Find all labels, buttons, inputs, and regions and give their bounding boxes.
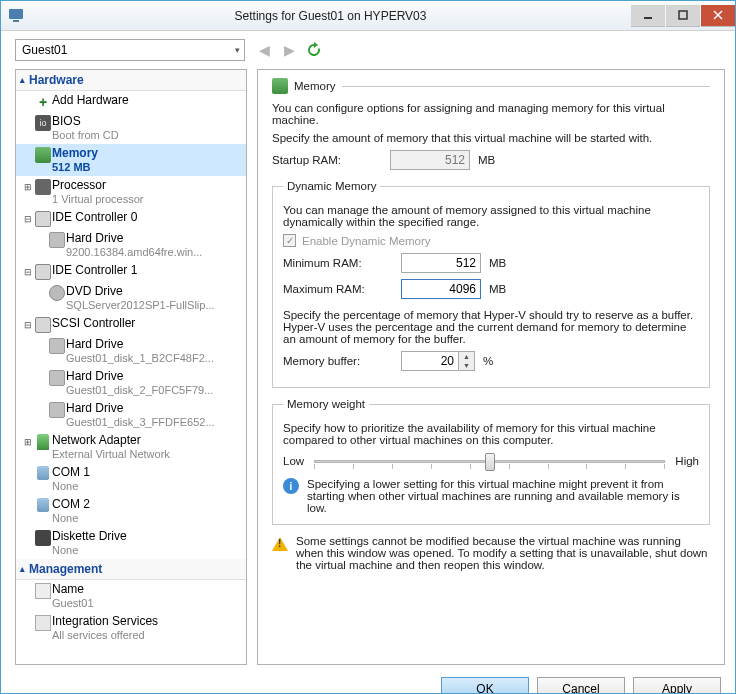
dialog-buttons: OK Cancel Apply [1,671,735,694]
minimum-ram-label: Minimum RAM: [283,257,393,269]
enable-dynamic-memory-label: Enable Dynamic Memory [302,235,430,247]
tree-integration-services[interactable]: Integration ServicesAll services offered [16,612,246,644]
memory-weight-slider[interactable] [314,452,665,470]
com-port-icon [37,466,49,480]
controller-icon [35,211,51,227]
dropdown-arrow-icon: ▾ [235,45,240,55]
cancel-button[interactable]: Cancel [537,677,625,694]
apply-button[interactable]: Apply [633,677,721,694]
harddrive-icon [49,232,65,248]
caret-up-icon: ▴ [20,564,25,574]
warning-text: Some settings cannot be modified because… [296,535,710,571]
memory-buffer-label: Memory buffer: [283,355,393,367]
tree-network-adapter[interactable]: ⊞ Network AdapterExternal Virtual Networ… [16,431,246,463]
dynamic-memory-desc: You can manage the amount of memory assi… [283,204,699,228]
intro-text: You can configure options for assigning … [272,102,710,126]
chip-icon: io [35,115,51,131]
close-button[interactable] [701,5,735,27]
integration-icon [35,615,51,631]
section-hardware[interactable]: ▴ Hardware [16,70,246,91]
maximum-ram-input[interactable] [401,279,481,299]
slider-low-label: Low [283,455,304,467]
network-icon [37,434,49,450]
section-management[interactable]: ▴ Management [16,559,246,580]
controller-icon [35,264,51,280]
info-text: Specifying a lower setting for this virt… [307,478,699,514]
section-hardware-label: Hardware [29,73,84,87]
memory-icon [35,147,51,163]
tree-memory[interactable]: Memory 512 MB [16,144,246,176]
unit-mb: MB [489,283,506,295]
dynamic-memory-legend: Dynamic Memory [283,180,380,192]
dynamic-memory-group: Dynamic Memory You can manage the amount… [272,180,710,388]
warning-icon [272,537,288,551]
startup-ram-label: Startup RAM: [272,154,382,166]
tree-bios[interactable]: io BIOS Boot from CD [16,112,246,144]
settings-tree[interactable]: ▴ Hardware + Add Hardware io BIOS Boot f… [15,69,247,665]
svg-rect-1 [13,20,19,22]
floppy-icon [35,530,51,546]
minimize-button[interactable] [631,5,665,27]
add-icon: + [35,94,51,110]
maximize-button[interactable] [666,5,700,27]
info-icon: i [283,478,299,494]
unit-mb: MB [478,154,495,166]
tree-ide0[interactable]: ⊟ IDE Controller 0 [16,208,246,229]
dvd-icon [49,285,65,301]
tree-scsi-hd3[interactable]: Hard DriveGuest01_disk_3_FFDFE652... [16,399,246,431]
minimum-ram-input[interactable] [401,253,481,273]
tree-ide0-harddrive[interactable]: Hard Drive 9200.16384.amd64fre.win... [16,229,246,261]
svg-rect-3 [679,11,687,19]
tree-ide1[interactable]: ⊟ IDE Controller 1 [16,261,246,282]
svg-rect-0 [9,9,23,19]
tree-processor[interactable]: ⊞ Processor 1 Virtual processor [16,176,246,208]
memory-buffer-spinner[interactable]: ▲▼ [459,351,475,371]
harddrive-icon [49,402,65,418]
nav-back-icon[interactable]: ◀ [255,40,274,60]
enable-dynamic-memory-checkbox [283,234,296,247]
slider-high-label: High [675,455,699,467]
tree-scsi-hd2[interactable]: Hard DriveGuest01_disk_2_F0FC5F79... [16,367,246,399]
tree-com2[interactable]: COM 2None [16,495,246,527]
memory-icon [272,78,288,94]
panel-heading: Memory [294,80,336,92]
titlebar: Settings for Guest01 on HYPERV03 [1,1,735,31]
startup-ram-input [390,150,470,170]
tree-diskette[interactable]: Diskette DriveNone [16,527,246,559]
memory-buffer-input[interactable] [401,351,459,371]
nav-forward-icon[interactable]: ▶ [280,40,299,60]
tree-scsi[interactable]: ⊟ SCSI Controller [16,314,246,335]
tree-add-hardware[interactable]: + Add Hardware [16,91,246,112]
memory-weight-group: Memory weight Specify how to prioritize … [272,398,710,525]
maximum-ram-label: Maximum RAM: [283,283,393,295]
harddrive-icon [49,370,65,386]
caret-up-icon: ▴ [20,75,25,85]
app-icon [1,8,31,24]
controller-icon [35,317,51,333]
unit-percent: % [483,355,493,367]
startup-desc: Specify the amount of memory that this v… [272,132,710,144]
tree-com1[interactable]: COM 1None [16,463,246,495]
cpu-icon [35,179,51,195]
tree-scsi-hd1[interactable]: Hard DriveGuest01_disk_1_B2CF48F2... [16,335,246,367]
tree-ide1-dvddrive[interactable]: DVD Drive SQLServer2012SP1-FullSlip... [16,282,246,314]
section-management-label: Management [29,562,102,576]
window-title: Settings for Guest01 on HYPERV03 [31,9,630,23]
harddrive-icon [49,338,65,354]
slider-thumb[interactable] [485,453,495,471]
name-icon [35,583,51,599]
top-strip: Guest01 ▾ ◀ ▶ [1,31,735,69]
refresh-icon[interactable] [305,41,323,59]
com-port-icon [37,498,49,512]
svg-rect-2 [644,17,652,19]
vm-selector-value: Guest01 [22,43,67,57]
unit-mb: MB [489,257,506,269]
tree-name[interactable]: NameGuest01 [16,580,246,612]
ok-button[interactable]: OK [441,677,529,694]
buffer-desc: Specify the percentage of memory that Hy… [283,309,699,345]
memory-weight-legend: Memory weight [283,398,369,410]
memory-weight-desc: Specify how to prioritize the availabili… [283,422,699,446]
memory-settings-panel: Memory You can configure options for ass… [257,69,725,665]
vm-selector[interactable]: Guest01 ▾ [15,39,245,61]
